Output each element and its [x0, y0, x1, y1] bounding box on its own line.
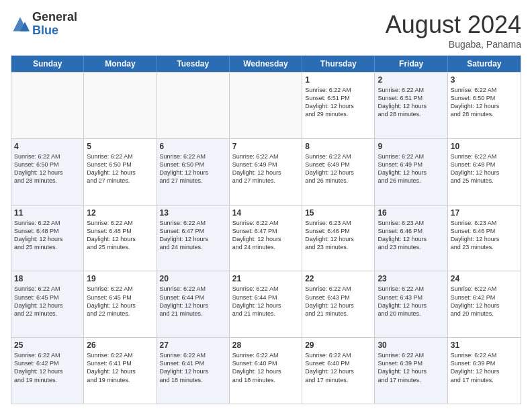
- calendar: SundayMondayTuesdayWednesdayThursdayFrid…: [11, 55, 521, 404]
- day-info: Sunrise: 6:22 AM Sunset: 6:40 PM Dayligh…: [232, 351, 299, 384]
- day-number: 20: [160, 274, 226, 283]
- day-number: 23: [378, 274, 444, 283]
- calendar-day: [11, 73, 84, 138]
- calendar-day: 18Sunrise: 6:22 AM Sunset: 6:45 PM Dayli…: [11, 271, 84, 337]
- day-number: 5: [87, 142, 153, 151]
- day-number: 31: [451, 340, 518, 350]
- day-number: 16: [378, 208, 444, 218]
- calendar-day: [84, 73, 157, 138]
- day-info: Sunrise: 6:22 AM Sunset: 6:47 PM Dayligh…: [232, 219, 299, 252]
- calendar-day: 1Sunrise: 6:22 AM Sunset: 6:51 PM Daylig…: [302, 73, 375, 138]
- day-info: Sunrise: 6:22 AM Sunset: 6:45 PM Dayligh…: [14, 285, 81, 318]
- calendar-day: 19Sunrise: 6:22 AM Sunset: 6:45 PM Dayli…: [84, 271, 157, 337]
- weekday-header: Monday: [84, 56, 157, 72]
- header: General Blue August 2024 Bugaba, Panama: [11, 11, 521, 50]
- calendar-header: SundayMondayTuesdayWednesdayThursdayFrid…: [11, 56, 521, 72]
- weekday-header: Thursday: [302, 56, 375, 72]
- calendar-day: 30Sunrise: 6:22 AM Sunset: 6:39 PM Dayli…: [375, 338, 447, 404]
- calendar-day: 10Sunrise: 6:22 AM Sunset: 6:48 PM Dayli…: [448, 139, 521, 205]
- logo-general: General: [32, 11, 77, 24]
- calendar-day: 24Sunrise: 6:22 AM Sunset: 6:42 PM Dayli…: [448, 271, 521, 337]
- page: General Blue August 2024 Bugaba, Panama …: [0, 0, 532, 411]
- day-info: Sunrise: 6:22 AM Sunset: 6:50 PM Dayligh…: [14, 152, 81, 185]
- calendar-day: 9Sunrise: 6:22 AM Sunset: 6:49 PM Daylig…: [375, 139, 447, 205]
- calendar-week: 4Sunrise: 6:22 AM Sunset: 6:50 PM Daylig…: [11, 138, 521, 205]
- day-info: Sunrise: 6:22 AM Sunset: 6:43 PM Dayligh…: [305, 285, 371, 318]
- calendar-day: 3Sunrise: 6:22 AM Sunset: 6:50 PM Daylig…: [448, 73, 521, 138]
- weekday-header: Saturday: [448, 56, 521, 72]
- calendar-day: 7Sunrise: 6:22 AM Sunset: 6:49 PM Daylig…: [230, 139, 302, 205]
- day-number: 3: [451, 75, 518, 85]
- calendar-day: [157, 73, 230, 138]
- day-info: Sunrise: 6:22 AM Sunset: 6:39 PM Dayligh…: [451, 351, 518, 384]
- day-info: Sunrise: 6:22 AM Sunset: 6:49 PM Dayligh…: [378, 152, 444, 185]
- day-info: Sunrise: 6:22 AM Sunset: 6:47 PM Dayligh…: [160, 219, 226, 252]
- day-info: Sunrise: 6:22 AM Sunset: 6:44 PM Dayligh…: [160, 285, 226, 318]
- day-number: 21: [232, 274, 299, 283]
- weekday-header: Wednesday: [230, 56, 302, 72]
- day-info: Sunrise: 6:22 AM Sunset: 6:49 PM Dayligh…: [305, 152, 371, 185]
- day-number: 22: [305, 274, 371, 283]
- weekday-header: Friday: [375, 56, 447, 72]
- day-info: Sunrise: 6:23 AM Sunset: 6:46 PM Dayligh…: [305, 219, 371, 252]
- day-info: Sunrise: 6:22 AM Sunset: 6:45 PM Dayligh…: [87, 285, 153, 318]
- calendar-day: 4Sunrise: 6:22 AM Sunset: 6:50 PM Daylig…: [11, 139, 84, 205]
- day-info: Sunrise: 6:22 AM Sunset: 6:48 PM Dayligh…: [87, 219, 153, 252]
- calendar-week: 11Sunrise: 6:22 AM Sunset: 6:48 PM Dayli…: [11, 205, 521, 271]
- weekday-header: Sunday: [11, 56, 84, 72]
- day-number: 13: [160, 208, 226, 218]
- calendar-day: 11Sunrise: 6:22 AM Sunset: 6:48 PM Dayli…: [11, 205, 84, 271]
- calendar-day: 29Sunrise: 6:22 AM Sunset: 6:40 PM Dayli…: [302, 338, 375, 404]
- calendar-day: 22Sunrise: 6:22 AM Sunset: 6:43 PM Dayli…: [302, 271, 375, 337]
- day-info: Sunrise: 6:22 AM Sunset: 6:48 PM Dayligh…: [14, 219, 81, 252]
- day-number: 30: [378, 340, 444, 350]
- day-info: Sunrise: 6:22 AM Sunset: 6:42 PM Dayligh…: [451, 285, 518, 318]
- day-number: 12: [87, 208, 153, 218]
- calendar-body: 1Sunrise: 6:22 AM Sunset: 6:51 PM Daylig…: [11, 72, 521, 404]
- calendar-day: 15Sunrise: 6:23 AM Sunset: 6:46 PM Dayli…: [302, 205, 375, 271]
- day-info: Sunrise: 6:22 AM Sunset: 6:49 PM Dayligh…: [232, 152, 299, 185]
- logo-icon: [11, 15, 30, 34]
- day-number: 15: [305, 208, 371, 218]
- calendar-day: 5Sunrise: 6:22 AM Sunset: 6:50 PM Daylig…: [84, 139, 157, 205]
- day-info: Sunrise: 6:22 AM Sunset: 6:39 PM Dayligh…: [378, 351, 444, 384]
- day-info: Sunrise: 6:22 AM Sunset: 6:51 PM Dayligh…: [378, 86, 444, 119]
- calendar-day: 21Sunrise: 6:22 AM Sunset: 6:44 PM Dayli…: [230, 271, 302, 337]
- day-number: 11: [14, 208, 81, 218]
- calendar-day: 6Sunrise: 6:22 AM Sunset: 6:50 PM Daylig…: [157, 139, 230, 205]
- day-number: 4: [14, 142, 81, 151]
- day-info: Sunrise: 6:23 AM Sunset: 6:46 PM Dayligh…: [378, 219, 444, 252]
- day-info: Sunrise: 6:22 AM Sunset: 6:40 PM Dayligh…: [305, 351, 371, 384]
- calendar-week: 25Sunrise: 6:22 AM Sunset: 6:42 PM Dayli…: [11, 337, 521, 404]
- day-number: 29: [305, 340, 371, 350]
- day-number: 8: [305, 142, 371, 151]
- day-info: Sunrise: 6:22 AM Sunset: 6:50 PM Dayligh…: [160, 152, 226, 185]
- day-number: 9: [378, 142, 444, 151]
- day-info: Sunrise: 6:22 AM Sunset: 6:44 PM Dayligh…: [232, 285, 299, 318]
- day-info: Sunrise: 6:22 AM Sunset: 6:43 PM Dayligh…: [378, 285, 444, 318]
- calendar-week: 18Sunrise: 6:22 AM Sunset: 6:45 PM Dayli…: [11, 271, 521, 337]
- calendar-day: 25Sunrise: 6:22 AM Sunset: 6:42 PM Dayli…: [11, 338, 84, 404]
- day-number: 1: [305, 75, 371, 85]
- day-number: 7: [232, 142, 299, 151]
- day-number: 2: [378, 75, 444, 85]
- day-info: Sunrise: 6:22 AM Sunset: 6:48 PM Dayligh…: [451, 152, 518, 185]
- calendar-day: 20Sunrise: 6:22 AM Sunset: 6:44 PM Dayli…: [157, 271, 230, 337]
- calendar-week: 1Sunrise: 6:22 AM Sunset: 6:51 PM Daylig…: [11, 72, 521, 138]
- day-number: 25: [14, 340, 81, 350]
- location-subtitle: Bugaba, Panama: [386, 39, 521, 50]
- calendar-day: [230, 73, 302, 138]
- calendar-day: 13Sunrise: 6:22 AM Sunset: 6:47 PM Dayli…: [157, 205, 230, 271]
- calendar-day: 17Sunrise: 6:23 AM Sunset: 6:46 PM Dayli…: [448, 205, 521, 271]
- day-info: Sunrise: 6:22 AM Sunset: 6:42 PM Dayligh…: [14, 351, 81, 384]
- calendar-day: 14Sunrise: 6:22 AM Sunset: 6:47 PM Dayli…: [230, 205, 302, 271]
- day-info: Sunrise: 6:22 AM Sunset: 6:50 PM Dayligh…: [87, 152, 153, 185]
- calendar-day: 8Sunrise: 6:22 AM Sunset: 6:49 PM Daylig…: [302, 139, 375, 205]
- day-number: 6: [160, 142, 226, 151]
- title-block: August 2024 Bugaba, Panama: [386, 11, 521, 50]
- day-info: Sunrise: 6:22 AM Sunset: 6:41 PM Dayligh…: [87, 351, 153, 384]
- day-number: 28: [232, 340, 299, 350]
- calendar-day: 31Sunrise: 6:22 AM Sunset: 6:39 PM Dayli…: [448, 338, 521, 404]
- calendar-day: 16Sunrise: 6:23 AM Sunset: 6:46 PM Dayli…: [375, 205, 447, 271]
- logo-text: General Blue: [32, 11, 77, 38]
